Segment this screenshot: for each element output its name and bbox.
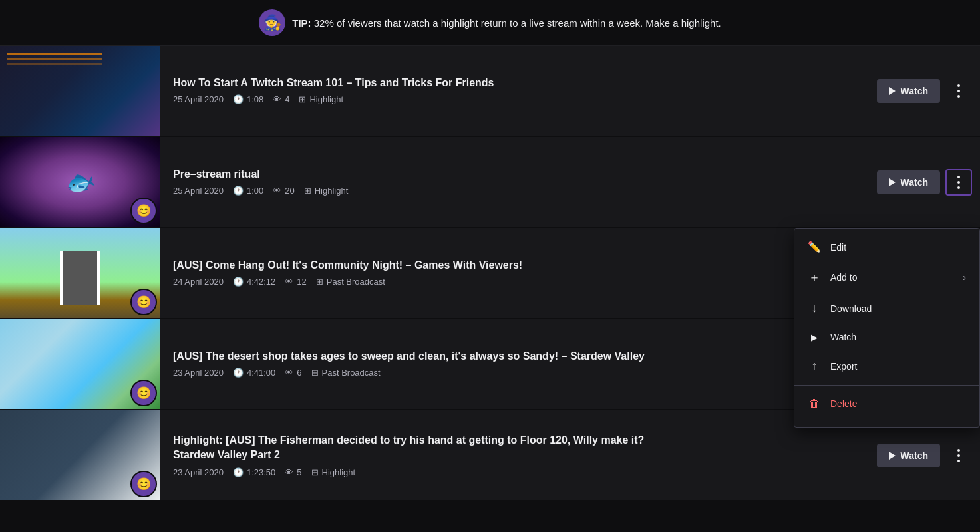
play-icon xyxy=(889,178,896,186)
tip-text: TIP: 32% of viewers that watch a highlig… xyxy=(292,17,721,29)
dropdown-menu: Edit Add to › Download Watch Export xyxy=(794,228,980,428)
eye-icon: 👁 xyxy=(285,277,293,287)
eye-icon: 👁 xyxy=(273,186,281,196)
watch-button[interactable]: Watch xyxy=(877,444,940,467)
video-type: ⊞ Past Broadcast xyxy=(316,277,385,287)
three-dots-icon xyxy=(957,176,960,189)
watch-icon xyxy=(808,331,821,343)
video-meta: 23 April 2020 🕐 1:23:50 👁 5 ⊞ Highlight xyxy=(173,467,864,477)
type-icon: ⊞ xyxy=(304,186,311,196)
watch-label: Watch xyxy=(901,177,928,188)
type-icon: ⊞ xyxy=(299,94,306,104)
video-meta: 23 April 2020 🕐 4:41:00 👁 6 ⊞ Past Broad… xyxy=(173,368,864,378)
video-duration: 🕐 4:42:12 xyxy=(233,277,275,287)
watch-label: Watch xyxy=(901,450,928,461)
tip-bold: TIP: xyxy=(292,17,311,29)
dropdown-download[interactable]: Download xyxy=(794,293,979,323)
video-date: 25 April 2020 xyxy=(173,94,224,104)
video-type: ⊞ Highlight xyxy=(311,467,356,477)
download-label: Download xyxy=(830,303,966,314)
streamer-face: 😊 xyxy=(130,380,157,406)
video-info: Pre–stream ritual 25 April 2020 🕐 1:00 👁… xyxy=(160,156,877,207)
dropdown-edit[interactable]: Edit xyxy=(794,233,979,261)
watch-button[interactable]: Watch xyxy=(877,79,940,103)
thumb-decoration xyxy=(60,251,100,305)
thumbnail-image: 🐟 😊 xyxy=(0,137,160,227)
clock-icon: 🕐 xyxy=(233,467,244,477)
video-thumbnail: 😊 xyxy=(0,319,160,409)
video-date: 23 April 2020 xyxy=(173,467,224,477)
video-info: [AUS] The desert shop takes ages to swee… xyxy=(160,338,877,390)
tip-avatar: 🧙 xyxy=(259,9,285,36)
add-icon xyxy=(808,269,821,285)
three-dots-icon xyxy=(957,449,960,462)
watch-label: Watch xyxy=(830,332,966,342)
video-info: Highlight: [AUS] The Fisherman decided t… xyxy=(160,421,877,490)
video-list: How To Start A Twitch Stream 101 – Tips … xyxy=(0,46,980,501)
video-row: 🐟 😊 Pre–stream ritual 25 April 2020 🕐 1:… xyxy=(0,137,980,228)
eye-icon: 👁 xyxy=(285,467,293,477)
three-dots-icon xyxy=(957,84,960,98)
edit-icon xyxy=(808,241,821,253)
video-views: 👁 12 xyxy=(285,277,306,287)
video-meta: 25 April 2020 🕐 1:08 👁 4 ⊞ Highlight xyxy=(173,94,864,104)
video-type: ⊞ Highlight xyxy=(304,186,349,196)
type-icon: ⊞ xyxy=(311,467,319,477)
row-actions: Watch xyxy=(877,78,980,104)
video-views: 👁 20 xyxy=(273,186,294,196)
video-type: ⊞ Past Broadcast xyxy=(311,368,381,378)
chevron-right-icon: › xyxy=(963,272,966,283)
export-label: Export xyxy=(830,361,966,372)
tip-content: 32% of viewers that watch a highlight re… xyxy=(311,17,721,29)
row-actions: Watch xyxy=(877,442,980,469)
video-date: 25 April 2020 xyxy=(173,186,224,196)
streamer-face: 😊 xyxy=(130,471,157,497)
play-icon xyxy=(889,87,896,95)
download-icon xyxy=(808,301,821,315)
dropdown-export[interactable]: Export xyxy=(794,351,979,381)
watch-button[interactable]: Watch xyxy=(877,170,940,194)
edit-label: Edit xyxy=(830,242,966,253)
thumbnail-image: 😊 xyxy=(0,228,160,318)
video-row: 😊 [AUS] Come Hang Out! It's Community Ni… xyxy=(0,228,980,319)
eye-icon: 👁 xyxy=(273,94,281,104)
video-thumbnail: 😊 xyxy=(0,228,160,318)
thumbnail-image xyxy=(0,46,160,136)
thumbnail-image: 😊 xyxy=(0,410,160,500)
video-title: Highlight: [AUS] The Fisherman decided t… xyxy=(173,433,864,463)
delete-icon xyxy=(808,398,821,410)
thumb-decoration xyxy=(7,53,102,55)
video-thumbnail: 🐟 😊 xyxy=(0,137,160,227)
thumbnail-image: 😊 xyxy=(0,319,160,409)
clock-icon: 🕐 xyxy=(233,368,244,378)
video-duration: 🕐 1:08 xyxy=(233,94,263,104)
eye-icon: 👁 xyxy=(285,368,293,378)
video-title: Pre–stream ritual xyxy=(173,168,864,180)
dropdown-add-to[interactable]: Add to › xyxy=(794,261,979,293)
video-title: How To Start A Twitch Stream 101 – Tips … xyxy=(173,77,864,89)
more-options-button[interactable] xyxy=(945,442,972,469)
type-icon: ⊞ xyxy=(311,368,319,378)
video-views: 👁 4 xyxy=(273,94,289,104)
dropdown-watch[interactable]: Watch xyxy=(794,323,979,351)
more-options-button[interactable] xyxy=(945,169,972,196)
more-options-button[interactable] xyxy=(945,78,972,104)
video-views: 👁 5 xyxy=(285,467,301,477)
video-date: 23 April 2020 xyxy=(173,368,224,378)
dropdown-delete[interactable]: Delete xyxy=(794,390,979,418)
video-duration: 🕐 1:23:50 xyxy=(233,467,275,477)
video-meta: 25 April 2020 🕐 1:00 👁 20 ⊞ Highlight xyxy=(173,186,864,196)
video-row: How To Start A Twitch Stream 101 – Tips … xyxy=(0,46,980,137)
video-date: 24 April 2020 xyxy=(173,277,224,287)
thumb-decoration: 🐟 xyxy=(62,164,98,199)
video-thumbnail: 😊 xyxy=(0,410,160,500)
clock-icon: 🕐 xyxy=(233,186,244,196)
clock-icon: 🕐 xyxy=(233,94,244,104)
video-title: [AUS] The desert shop takes ages to swee… xyxy=(173,350,864,362)
delete-label: Delete xyxy=(830,398,966,409)
add-to-label: Add to xyxy=(830,272,953,283)
dropdown-divider xyxy=(794,385,979,386)
video-duration: 🕐 4:41:00 xyxy=(233,368,275,378)
row-actions: Watch xyxy=(877,169,980,196)
streamer-face: 😊 xyxy=(130,198,157,224)
